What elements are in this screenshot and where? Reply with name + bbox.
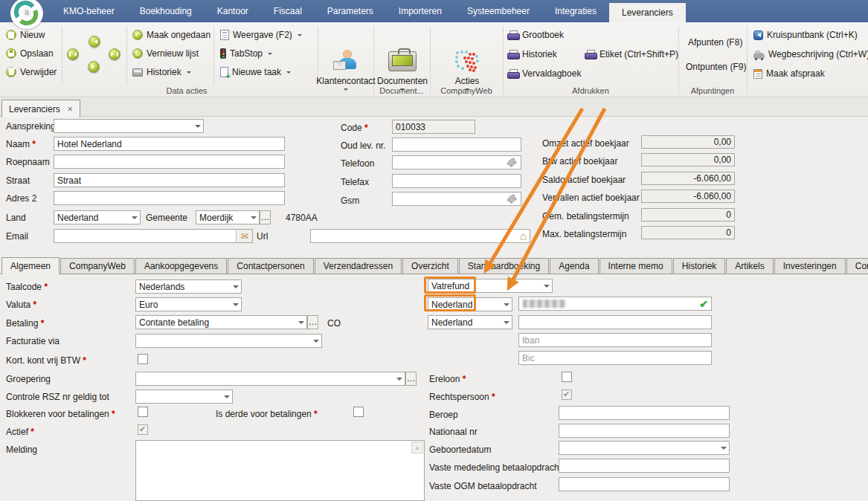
menu-integraties[interactable]: Integraties xyxy=(542,0,609,22)
chevron-down-icon[interactable] xyxy=(231,298,241,311)
ondernemingsnr-land-combo[interactable]: Nederland xyxy=(428,315,512,329)
email-icon[interactable]: ✉ xyxy=(236,230,252,242)
kort-kont-vrij-btw-checkbox[interactable] xyxy=(138,354,148,364)
straat-input[interactable] xyxy=(54,173,285,187)
chevron-down-icon[interactable] xyxy=(193,120,203,132)
menu-boekhouding[interactable]: Boekhouding xyxy=(127,0,205,22)
unreconcile-button[interactable]: Ontpunten (F9) xyxy=(686,62,746,72)
vaste-ogm-input[interactable] xyxy=(559,477,730,491)
chevron-down-icon[interactable] xyxy=(501,316,512,329)
blokkeren-checkbox[interactable] xyxy=(138,407,148,417)
menu-kantoor[interactable]: Kantoor xyxy=(205,0,261,22)
roepnaam-input[interactable] xyxy=(54,155,285,169)
gemeente-combo[interactable]: Moerdijk xyxy=(196,210,260,224)
new-task-button[interactable]: Nieuwe taak xyxy=(220,67,291,77)
beroep-input[interactable] xyxy=(559,406,730,420)
tab-investeringen[interactable]: Investeringen xyxy=(774,258,846,274)
document-tab-leveranciers[interactable]: Leveranciers × xyxy=(1,100,80,117)
gsm-input[interactable]: ☎ xyxy=(392,192,521,206)
taalcode-combo[interactable]: Nederlands xyxy=(135,279,242,294)
history-button[interactable]: Historiek xyxy=(132,67,191,77)
aanspreking-combo[interactable] xyxy=(54,119,204,133)
ondernemingsnr-input[interactable] xyxy=(518,315,712,329)
tab-interne-memo[interactable]: Interne memo xyxy=(599,258,672,274)
actions-button[interactable]: Acties xyxy=(431,48,503,93)
nav-prev-button[interactable] xyxy=(89,36,100,48)
telefax-input[interactable] xyxy=(392,174,521,188)
save-button[interactable]: Opslaan xyxy=(6,48,54,59)
chevron-down-icon[interactable] xyxy=(222,390,232,403)
melding-textarea[interactable]: ▲ xyxy=(135,440,425,501)
chevron-down-icon[interactable] xyxy=(296,316,306,329)
groepering-lookup-button[interactable]: … xyxy=(405,372,417,386)
groepering-combo[interactable] xyxy=(135,372,405,386)
print-history-button[interactable]: Historiek xyxy=(507,49,557,59)
menu-importeren[interactable]: Importeren xyxy=(386,0,454,22)
tab-standaardboeking[interactable]: Standaardboeking xyxy=(459,258,549,274)
tab-companyweb[interactable]: CompanyWeb xyxy=(60,258,135,274)
ereloon-checkbox[interactable] xyxy=(562,372,572,382)
betaling-combo[interactable]: Contante betaling xyxy=(135,315,307,329)
nav-first-button[interactable] xyxy=(67,48,79,60)
tab-contactpersonen[interactable]: Contactpersonen xyxy=(228,258,313,274)
controle-rsz-combo[interactable] xyxy=(135,390,233,404)
vatrefund-combo[interactable]: Vatrefund xyxy=(428,279,553,293)
iban-input[interactable] xyxy=(518,333,712,347)
documents-button[interactable]: Documenten xyxy=(375,48,430,93)
vaste-mededeling-input[interactable] xyxy=(559,459,730,473)
btw-land-combo[interactable]: Nederland xyxy=(428,297,512,311)
chevron-down-icon[interactable] xyxy=(541,279,552,292)
crossroads-bank-button[interactable]: Kruispuntbank (Ctrl+K) xyxy=(753,30,858,40)
telefoon-input[interactable]: ☎ xyxy=(392,155,521,169)
menu-parameters[interactable]: Parameters xyxy=(315,0,386,22)
print-label-button[interactable]: Etiket (Ctrl+Shift+P) xyxy=(585,49,678,59)
betaling-lookup-button[interactable]: … xyxy=(307,315,318,329)
actief-checkbox[interactable] xyxy=(138,424,148,435)
tab-historiek[interactable]: Historiek xyxy=(673,258,726,274)
tab-communicator[interactable]: Communicator xyxy=(846,258,868,274)
is-derde-checkbox[interactable] xyxy=(353,407,364,417)
oud-lev-nr-input[interactable] xyxy=(392,138,521,152)
bic-input[interactable] xyxy=(518,351,712,365)
close-icon[interactable]: × xyxy=(68,104,73,114)
facturatie-via-combo[interactable] xyxy=(135,334,322,348)
make-appointment-button[interactable]: Maak afspraak xyxy=(753,68,825,79)
print-ledger-button[interactable]: Grootboek xyxy=(507,30,564,40)
btw-nummer-input[interactable]: ✔ xyxy=(518,297,712,311)
geboortedatum-combo[interactable] xyxy=(559,441,730,455)
adres2-input[interactable] xyxy=(54,191,285,205)
chevron-down-icon[interactable] xyxy=(501,298,512,311)
tab-agenda[interactable]: Agenda xyxy=(550,258,598,274)
menu-leveranciers[interactable]: Leveranciers xyxy=(609,3,686,22)
refresh-list-button[interactable]: ↻ Vernieuw lijst xyxy=(132,48,199,59)
home-icon[interactable]: ⌂ xyxy=(520,230,527,242)
tab-aankoopgegevens[interactable]: Aankoopgegevens xyxy=(135,258,227,274)
directions-button[interactable]: Wegbeschrijving (Ctrl+W) xyxy=(753,49,868,59)
naam-input[interactable] xyxy=(54,137,285,151)
undo-button[interactable]: ↶ Maak ongedaan xyxy=(132,30,210,40)
chevron-down-icon[interactable] xyxy=(311,334,321,347)
delete-button[interactable]: Verwijder xyxy=(6,67,57,77)
print-due-journal-button[interactable]: Vervaldagboek xyxy=(507,68,581,79)
reconcile-button[interactable]: Afpunten (F8) xyxy=(688,37,742,48)
menu-fiscaal[interactable]: Fiscaal xyxy=(261,0,315,22)
rechtspersoon-checkbox[interactable] xyxy=(562,390,572,400)
tab-verzendadressen[interactable]: Verzendadressen xyxy=(315,258,402,274)
land-combo[interactable]: Nederland xyxy=(54,210,141,224)
tab-algemeen[interactable]: Algemeen xyxy=(1,257,60,274)
gemeente-lookup-button[interactable]: … xyxy=(260,210,271,224)
chevron-down-icon[interactable] xyxy=(129,211,140,224)
chevron-down-icon[interactable] xyxy=(394,372,405,385)
chevron-down-icon[interactable] xyxy=(248,211,259,224)
nationaal-nr-input[interactable] xyxy=(559,424,730,438)
tab-artikels[interactable]: Artikels xyxy=(726,258,773,274)
email-input[interactable]: ✉ xyxy=(54,229,253,243)
chevron-down-icon[interactable] xyxy=(231,280,241,293)
nav-last-button[interactable] xyxy=(109,48,120,60)
menu-systeembeheer[interactable]: Systeembeheer xyxy=(454,0,542,22)
url-input[interactable]: ⌂ xyxy=(310,229,530,243)
valuta-combo[interactable]: Euro xyxy=(135,297,242,311)
nav-next-button[interactable] xyxy=(88,61,100,73)
new-button[interactable]: Nieuw xyxy=(6,30,45,40)
customer-contact-button[interactable]: Klantencontact xyxy=(318,48,373,93)
